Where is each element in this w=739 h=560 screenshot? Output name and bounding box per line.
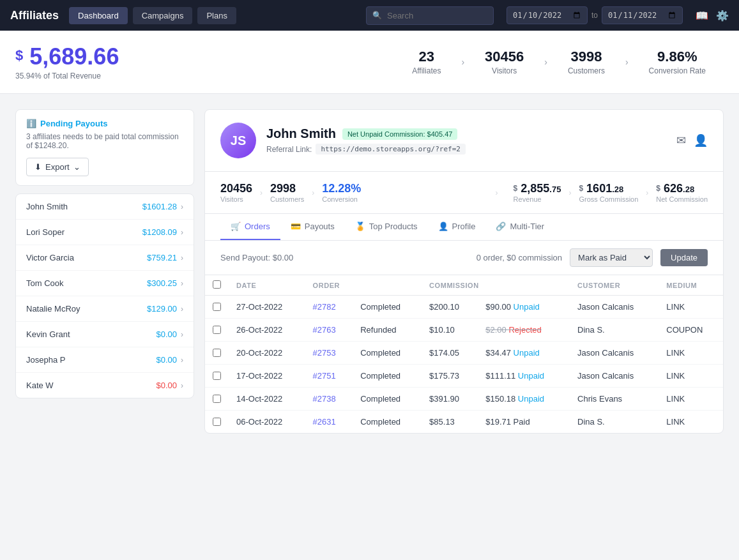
affiliate-info: John Smith Net Unpaid Commission: $405.4… xyxy=(266,126,676,155)
tab-multi-tier[interactable]: 🔗 Multi-Tier xyxy=(485,214,554,240)
mark-paid-select[interactable]: Mark as Paid Mark as Unpaid xyxy=(570,248,653,267)
order-number[interactable]: #2631 xyxy=(305,411,353,434)
row-checkbox-cell xyxy=(205,365,229,388)
conversion-label: Conversion Rate xyxy=(649,66,706,75)
affiliate-row[interactable]: Tom Cook $300.25 › xyxy=(16,271,194,296)
commission-status-badge: Paid xyxy=(514,417,530,427)
affiliate-row[interactable]: Josepha P $0.00 › xyxy=(16,347,194,373)
order-amount: $175.73 xyxy=(422,365,478,388)
order-number[interactable]: #2763 xyxy=(305,319,353,342)
order-number[interactable]: #2751 xyxy=(305,365,353,388)
nav-campaigns[interactable]: Campaigns xyxy=(133,7,193,24)
tab-icon: 🏅 xyxy=(355,222,365,231)
date-range-to: to xyxy=(591,11,598,20)
book-icon[interactable]: 📖 xyxy=(696,10,708,22)
medium: LINK xyxy=(659,365,723,388)
pending-desc: 3 affiliates needs to be paid total comm… xyxy=(26,132,183,150)
customer-name[interactable]: Jason Calcanis xyxy=(570,342,659,365)
customer-name[interactable]: Jason Calcanis xyxy=(570,365,659,388)
chevron-right-icon: › xyxy=(181,228,183,237)
customer-name[interactable]: Chris Evans xyxy=(570,388,659,411)
commission-amount: $19.71 Paid xyxy=(478,411,570,434)
affiliate-row[interactable]: John Smith $1601.28 › xyxy=(16,194,194,220)
metric-net: $ 626.28 Net Commission xyxy=(656,182,708,203)
pending-title-text: Pending Payouts xyxy=(40,119,107,128)
medium: LINK xyxy=(659,388,723,411)
row-checkbox[interactable] xyxy=(213,303,221,311)
affiliate-name: Kate W xyxy=(26,381,54,390)
order-number[interactable]: #2753 xyxy=(305,342,353,365)
commission-amount: $90.00 Unpaid xyxy=(478,296,570,319)
order-number[interactable]: #2738 xyxy=(305,388,353,411)
metric-conversion-label: Conversion xyxy=(322,195,361,203)
pending-payouts-box: ℹ️ Pending Payouts 3 affiliates needs to… xyxy=(15,109,194,186)
tab-orders[interactable]: 🛒 Orders xyxy=(220,214,280,240)
medium: LINK xyxy=(659,342,723,365)
export-button[interactable]: ⬇ Export ⌄ xyxy=(26,158,89,176)
select-all-checkbox[interactable] xyxy=(213,280,221,289)
settings-icon[interactable]: ⚙️ xyxy=(716,10,729,22)
order-status: Completed xyxy=(353,365,422,388)
order-date: 06-Oct-2022 xyxy=(229,411,305,434)
stat-customers: 3998 Customers xyxy=(550,49,623,75)
order-date: 27-Oct-2022 xyxy=(229,296,305,319)
header-date: DATE xyxy=(229,275,305,296)
affiliate-name: Tom Cook xyxy=(26,278,64,288)
table-row: 14-Oct-2022 #2738 Completed $391.90 $150… xyxy=(205,388,723,411)
nav-dashboard[interactable]: Dashboard xyxy=(69,7,128,24)
affiliate-row[interactable]: Lori Soper $1208.09 › xyxy=(16,220,194,245)
nav-plans[interactable]: Plans xyxy=(197,7,236,24)
table-header-row: DATE ORDER COMMISSION CUSTOMER MEDIUM xyxy=(205,275,723,296)
metric-gross: $ 1601.28 Gross Commission xyxy=(579,182,638,203)
row-checkbox[interactable] xyxy=(213,418,221,426)
update-button[interactable]: Update xyxy=(660,249,708,266)
customer-name[interactable]: Dina S. xyxy=(570,411,659,434)
tab-label: Orders xyxy=(245,222,270,231)
metric-arrow-4: › xyxy=(568,188,571,197)
medium: COUPON xyxy=(659,319,723,342)
customer-name[interactable]: Jason Calcanis xyxy=(570,296,659,319)
order-date: 17-Oct-2022 xyxy=(229,365,305,388)
chevron-right-icon: › xyxy=(181,330,183,339)
order-amount: $200.10 xyxy=(422,296,478,319)
user-icon[interactable]: 👤 xyxy=(694,133,708,148)
affiliate-row[interactable]: Natalie McRoy $129.00 › xyxy=(16,296,194,322)
commission-status-badge: Unpaid xyxy=(514,348,540,358)
tab-top-products[interactable]: 🏅 Top Products xyxy=(345,214,428,240)
date-from-input[interactable] xyxy=(507,6,588,24)
order-number[interactable]: #2782 xyxy=(305,296,353,319)
mail-icon[interactable]: ✉ xyxy=(676,133,686,148)
affiliate-row[interactable]: Kevin Grant $0.00 › xyxy=(16,322,194,347)
row-checkbox[interactable] xyxy=(213,326,221,334)
metric-conversion-num: 12.28% xyxy=(322,182,361,195)
tab-icon: 💳 xyxy=(291,222,301,231)
tab-payouts[interactable]: 💳 Payouts xyxy=(280,214,345,240)
affiliate-row[interactable]: Kate W $0.00 › xyxy=(16,373,194,398)
table-row: 26-Oct-2022 #2763 Refunded $10.10 $2.00 … xyxy=(205,319,723,342)
chevron-right-icon: › xyxy=(181,305,183,314)
left-panel: ℹ️ Pending Payouts 3 affiliates needs to… xyxy=(15,109,194,398)
metric-revenue-num: $ 2,855.75 xyxy=(514,182,561,195)
tab-label: Profile xyxy=(452,222,476,231)
commission-status-badge: Unpaid xyxy=(518,394,544,404)
commission-amount: $2.00 Rejected xyxy=(478,319,570,342)
stat-visitors: 30456 Visitors xyxy=(467,49,542,75)
affiliate-name: Victor Garcia xyxy=(26,253,74,262)
net-value: 626 xyxy=(664,182,683,195)
total-amount: $ 5,689.66 xyxy=(15,43,394,70)
header-actions: ✉ 👤 xyxy=(676,133,708,148)
affiliate-amount: $1208.09 xyxy=(142,227,177,237)
affiliate-name: John Smith xyxy=(26,202,68,211)
header-medium: MEDIUM xyxy=(659,275,723,296)
search-input[interactable] xyxy=(366,6,494,25)
row-checkbox[interactable] xyxy=(213,349,221,357)
row-checkbox[interactable] xyxy=(213,395,221,403)
date-to-input[interactable] xyxy=(602,6,683,24)
customer-name[interactable]: Dina S. xyxy=(570,319,659,342)
tab-profile[interactable]: 👤 Profile xyxy=(428,214,486,240)
row-checkbox[interactable] xyxy=(213,372,221,380)
conversion-rate: 9.86% xyxy=(657,49,697,65)
table-head: DATE ORDER COMMISSION CUSTOMER MEDIUM xyxy=(205,275,723,296)
affiliate-row[interactable]: Victor Garcia $759.21 › xyxy=(16,245,194,271)
info-icon: ℹ️ xyxy=(26,119,36,128)
